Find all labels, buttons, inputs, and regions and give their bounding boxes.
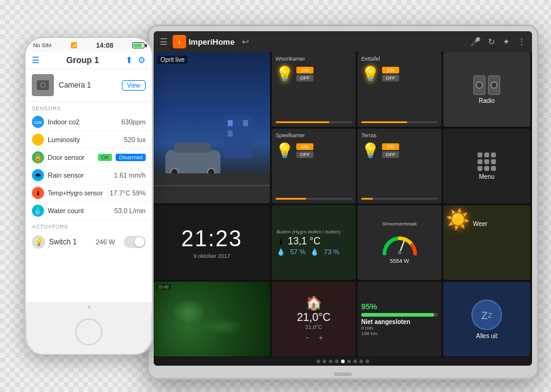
house-plus-btn[interactable]: ＋ — [317, 333, 324, 343]
eettafel-cell[interactable]: Eettafel 💡 ON OFF — [358, 52, 441, 127]
house-thermostat-cell[interactable]: 🏠 21,0°C 21,0°C － ＋ — [272, 282, 356, 356]
house-icon: 🏠 — [305, 295, 322, 311]
woonkamer-on-btn[interactable]: ON — [296, 67, 313, 74]
water-value: 53.0 L/min — [114, 207, 146, 214]
terras-bulb-icon: 💡 — [361, 142, 380, 159]
sensor-rain: 🌧 Rain sensor 1.61 mm/h — [26, 167, 152, 184]
ev2-time: 0 min. — [361, 325, 375, 331]
water-name: Water count — [48, 207, 111, 214]
ev2-percent: 95% — [361, 302, 377, 311]
share-icon[interactable]: ⬆ — [126, 55, 133, 65]
weather-outside-label: Buiten (Hygro buiten / buiten) — [277, 229, 340, 235]
woonkamer-cell[interactable]: Woonkamer 💡 ON OFF — [272, 52, 356, 127]
svg-point-2 — [42, 84, 45, 87]
back-icon[interactable]: ↩ — [242, 37, 249, 47]
power-value: 5554 W — [390, 258, 409, 264]
temphygro-value: 17.7°C 59% — [110, 189, 146, 197]
tablet-bottom-bar — [149, 371, 537, 378]
refresh-icon[interactable]: ↻ — [488, 37, 495, 47]
humidity2-value: 73 % — [324, 248, 339, 256]
sensor-water: 💧 Water count 53.0 L/min — [26, 202, 152, 220]
speelkamer-cell[interactable]: Speelkamer 💡 ON OFF — [272, 129, 356, 203]
phone-nav-bar: ☰ Group 1 ⬆ ⚙ — [26, 51, 152, 69]
terras-on-btn[interactable]: ON — [382, 143, 399, 150]
speelkamer-bulb: 💡 — [276, 140, 294, 162]
settings-icon[interactable]: ⚙ — [138, 55, 146, 65]
alles-uit-cell[interactable]: zzAlles uit — [443, 282, 530, 356]
view-button[interactable]: View — [122, 80, 146, 91]
tablet-menu-icon[interactable]: ☰ — [160, 37, 168, 47]
speelkamer-on-btn[interactable]: ON — [296, 143, 313, 150]
menu-dot-3 — [491, 153, 496, 157]
ev2-status: Niet aangesloten — [361, 318, 410, 325]
menu-cell[interactable]: Menu — [443, 129, 530, 203]
luminosity-value: 520 lux — [124, 136, 146, 143]
tablet-side-button[interactable] — [537, 100, 539, 124]
hamburger-icon[interactable]: ☰ — [32, 55, 40, 65]
woonkamer-controls: 💡 ON OFF — [276, 63, 352, 85]
map-time-label: 20:48 — [156, 284, 171, 290]
eettafel-off-btn[interactable]: OFF — [382, 75, 399, 81]
luminosity-icon: ☀️ — [32, 134, 44, 146]
speelkamer-off-btn[interactable]: OFF — [296, 151, 313, 158]
switch1-toggle[interactable] — [124, 236, 146, 248]
sensor-co2: CO2 Indoor co2 630ppm — [26, 113, 152, 131]
scene: No SIM 📶 14:08 ☰ Group 1 ⬆ ⚙ — [12, 12, 539, 380]
speelkamer-toggle-group: ON OFF — [296, 143, 313, 158]
phone-content: Camera 1 View SENSORS CO2 Indoor co2 630… — [26, 69, 152, 302]
page-dot-1[interactable] — [317, 360, 320, 363]
sun-icon: ☀️ — [446, 208, 470, 230]
camera-cell[interactable]: Oprit live — [154, 52, 270, 203]
page-dot-8[interactable] — [359, 360, 363, 363]
terras-off-btn[interactable]: OFF — [382, 151, 399, 158]
door-icon: 🔒 — [32, 151, 44, 164]
house-minus-btn[interactable]: － — [304, 333, 311, 343]
camera-thumbnail — [32, 74, 54, 96]
radio-cell[interactable]: Radio — [443, 52, 530, 127]
door-disarmed-badge: Disarmed — [116, 154, 146, 161]
microphone-icon[interactable]: 🎤 — [470, 37, 481, 47]
speelkamer-bulb-icon: 💡 — [276, 142, 294, 159]
ev2-range: 198 km. — [361, 331, 378, 336]
speelkamer-controls: 💡 ON OFF — [276, 140, 352, 162]
page-dot-3[interactable] — [329, 360, 332, 363]
more-icon[interactable]: ⋮ — [517, 37, 526, 47]
ev2-battery-bar — [361, 313, 438, 317]
eettafel-on-btn[interactable]: ON — [382, 67, 399, 74]
terras-cell[interactable]: Terras 💡 ON OFF — [358, 129, 441, 203]
terras-slider[interactable] — [361, 198, 438, 200]
woonkamer-toggle-group: ON OFF — [296, 67, 313, 81]
woonkamer-off-btn[interactable]: OFF — [296, 75, 313, 81]
phone-home-button[interactable] — [75, 318, 102, 345]
menu-dot-9 — [491, 166, 496, 171]
speaker-left-cone — [476, 81, 483, 89]
luminosity-name: Luminosity — [48, 136, 121, 143]
house-controls: － ＋ — [304, 333, 324, 343]
outside-temp: 13,1 °C — [288, 236, 321, 247]
page-dot-4[interactable] — [335, 360, 339, 363]
terras-title: Terras — [361, 132, 438, 138]
page-dot-6[interactable] — [347, 360, 351, 363]
speaker-right — [488, 75, 500, 95]
woonkamer-slider[interactable] — [276, 121, 352, 123]
camera-label: Camera 1 — [59, 81, 122, 89]
app-logo: i ImperiHome — [173, 35, 234, 48]
weather-map-cell: 20:48 — [154, 282, 270, 356]
page-dot-5[interactable] — [341, 360, 345, 363]
star-icon[interactable]: ✦ — [503, 37, 510, 47]
page-dot-9[interactable] — [365, 360, 369, 363]
page-dot-7[interactable] — [353, 360, 357, 363]
phone-device: No SIM 📶 14:08 ☰ Group 1 ⬆ ⚙ — [24, 37, 153, 355]
eettafel-slider[interactable] — [361, 121, 438, 123]
alles-uit-icon: zz — [471, 300, 502, 330]
speelkamer-slider[interactable] — [276, 198, 352, 200]
tablet-grid: Oprit live Woonkamer 💡 ON OFF — [154, 52, 532, 357]
sensor-luminosity: ☀️ Luminosity 520 lux — [26, 131, 152, 149]
page-dot-2[interactable] — [323, 360, 326, 363]
sensors-section-header: SENSORS — [26, 102, 152, 113]
eettafel-title: Eettafel — [361, 56, 438, 62]
weather-sun-label: Weer — [473, 221, 487, 227]
weather-sun-cell[interactable]: ☀️ Weer — [443, 205, 530, 280]
tablet-home-indicator — [334, 372, 352, 376]
clock-date: 9 oktober 2017 — [193, 253, 230, 259]
